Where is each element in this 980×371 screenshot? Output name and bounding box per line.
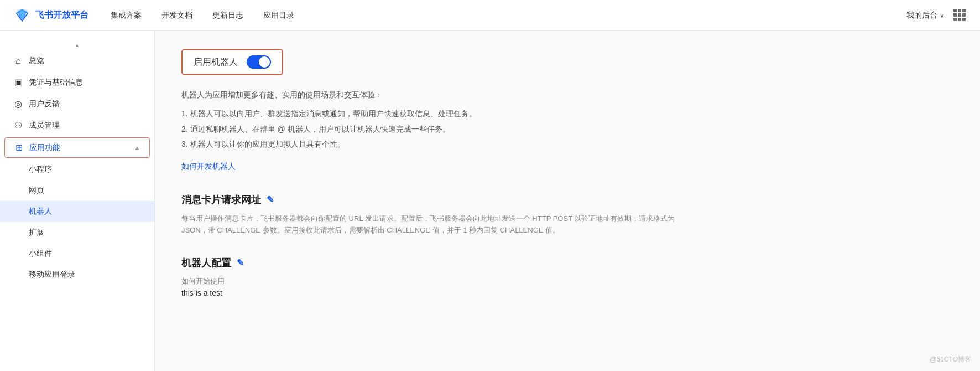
widget-label: 小组件	[29, 249, 52, 257]
chevron-down-icon: ∨	[940, 12, 945, 19]
sidebar-members-label: 成员管理	[29, 121, 60, 131]
robot-description: 机器人为应用增加更多有趣、实用的使用场景和交互体验： 1. 机器人可以以向用户、…	[181, 89, 953, 173]
sidebar-feedback-label: 用户反馈	[29, 99, 60, 109]
nav-changelog[interactable]: 更新日志	[212, 11, 243, 20]
enable-robot-toggle[interactable]	[247, 55, 271, 69]
app-func-icon: ⊞	[14, 142, 24, 153]
sidebar-item-credentials[interactable]: ▣ 凭证与基础信息	[0, 71, 154, 93]
miniapp-label: 小程序	[29, 164, 52, 173]
nav-integration[interactable]: 集成方案	[111, 11, 142, 20]
sidebar-item-miniapp[interactable]: 小程序	[0, 159, 154, 180]
sidebar-item-members[interactable]: ⚇ 成员管理	[0, 115, 154, 136]
app-func-left: ⊞ 应用功能	[14, 142, 60, 153]
sidebar: ▲ ⌂ 总览 ▣ 凭证与基础信息 ◎ 用户反馈 ⚇ 成员管理 ⊞ 应用功能 ▲	[0, 31, 155, 371]
members-icon: ⚇	[13, 120, 23, 131]
sidebar-item-widget[interactable]: 小组件	[0, 243, 154, 264]
desc-point-1: 1. 机器人可以以向用户、群发送指定消息或通知，帮助用户快速获取信息、处理任务。	[181, 107, 953, 121]
msg-card-url-section: 消息卡片请求网址 ✎ 每当用户操作消息卡片，飞书服务器都会向你配置的 URL 发…	[181, 193, 953, 236]
chevron-up-icon: ▲	[134, 144, 140, 152]
mobile-login-label: 移动应用登录	[29, 270, 75, 279]
home-icon: ⌂	[13, 56, 23, 66]
edit-icon-config[interactable]: ✎	[237, 257, 244, 268]
main-content: 启用机器人 机器人为应用增加更多有趣、实用的使用场景和交互体验： 1. 机器人可…	[155, 31, 980, 371]
sidebar-overview-label: 总览	[29, 56, 44, 66]
msg-card-desc: 每当用户操作消息卡片，飞书服务器都会向你配置的 URL 发出请求。配置后，飞书服…	[181, 213, 679, 236]
extension-label: 扩展	[29, 228, 44, 236]
robot-label: 机器人	[29, 207, 52, 215]
msg-card-title: 消息卡片请求网址	[181, 193, 261, 207]
scroll-indicator: ▲	[0, 40, 154, 50]
watermark: @51CTO博客	[930, 355, 971, 364]
sidebar-item-webpage[interactable]: 网页	[0, 180, 154, 201]
header-nav: 集成方案 开发文档 更新日志 应用目录	[111, 11, 906, 20]
sidebar-item-app-func[interactable]: ⊞ 应用功能 ▲	[4, 137, 150, 158]
desc-point-2: 2. 通过私聊机器人、在群里 @ 机器人，用户可以让机器人快速完成一些任务。	[181, 123, 953, 136]
how-to-dev-link[interactable]: 如何开发机器人	[181, 160, 236, 173]
nav-app-catalog[interactable]: 应用目录	[263, 11, 294, 20]
robot-config-section: 机器人配置 ✎ 如何开始使用 this is a test	[181, 256, 953, 297]
desc-intro: 机器人为应用增加更多有趣、实用的使用场景和交互体验：	[181, 89, 953, 102]
enable-robot-label: 启用机器人	[194, 56, 238, 68]
header-right: 我的后台 ∨	[906, 9, 967, 22]
webpage-label: 网页	[29, 186, 44, 194]
desc-list: 1. 机器人可以以向用户、群发送指定消息或通知，帮助用户快速获取信息、处理任务。…	[181, 107, 953, 151]
feishu-logo-icon	[13, 7, 31, 24]
feedback-icon: ◎	[13, 99, 23, 109]
nav-dev-docs[interactable]: 开发文档	[161, 11, 192, 20]
how-to-start-label: 如何开始使用	[181, 276, 953, 286]
logo[interactable]: 飞书开放平台	[13, 7, 88, 24]
logo-text: 飞书开放平台	[35, 9, 88, 21]
enable-robot-box: 启用机器人	[181, 49, 283, 75]
header: 飞书开放平台 集成方案 开发文档 更新日志 应用目录 我的后台 ∨	[0, 0, 980, 31]
desc-point-3: 3. 机器人可以让你的应用更加拟人且具有个性。	[181, 138, 953, 151]
sidebar-item-mobile-login[interactable]: 移动应用登录	[0, 264, 154, 285]
credentials-icon: ▣	[13, 77, 23, 87]
user-menu[interactable]: 我的后台 ∨	[906, 11, 945, 20]
msg-card-heading: 消息卡片请求网址 ✎	[181, 193, 953, 207]
sidebar-item-overview[interactable]: ⌂ 总览	[0, 50, 154, 71]
robot-config-title: 机器人配置	[181, 256, 231, 270]
sidebar-item-robot[interactable]: 机器人	[0, 201, 154, 222]
sidebar-item-extension[interactable]: 扩展	[0, 222, 154, 243]
app-layout: ▲ ⌂ 总览 ▣ 凭证与基础信息 ◎ 用户反馈 ⚇ 成员管理 ⊞ 应用功能 ▲	[0, 31, 980, 371]
sidebar-sub-menu: 小程序 网页 机器人 扩展 小组件 移动应用登录	[0, 159, 154, 285]
test-value: this is a test	[181, 288, 953, 297]
robot-config-heading: 机器人配置 ✎	[181, 256, 953, 270]
sidebar-app-func-label: 应用功能	[29, 143, 60, 153]
grid-apps-icon[interactable]	[953, 9, 967, 22]
sidebar-item-feedback[interactable]: ◎ 用户反馈	[0, 93, 154, 115]
edit-icon-msg[interactable]: ✎	[267, 194, 274, 205]
user-label: 我的后台	[906, 11, 937, 20]
sidebar-credentials-label: 凭证与基础信息	[29, 78, 83, 87]
